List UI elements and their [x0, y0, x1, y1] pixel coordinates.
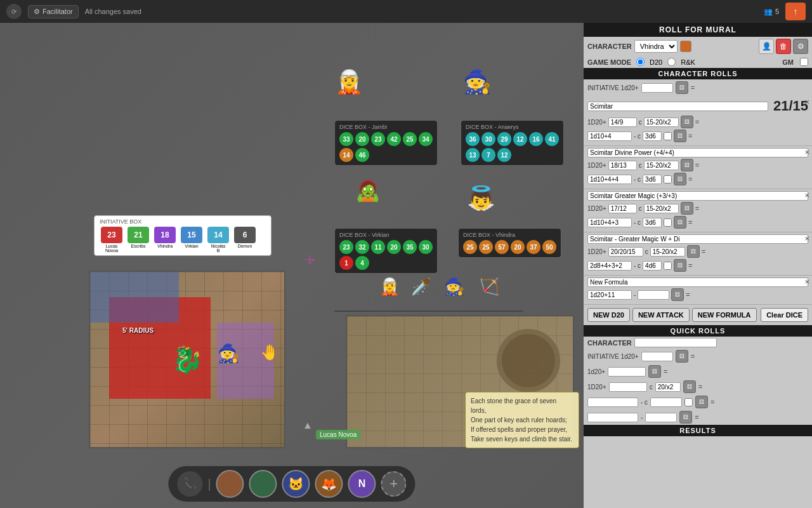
- character-mid-2[interactable]: 👼: [467, 185, 495, 211]
- qr-damage-val-2-input[interactable]: [645, 413, 677, 422]
- attack-d20-1-input[interactable]: [608, 117, 637, 127]
- attack-formula-val-5-input[interactable]: [638, 290, 669, 300]
- attack-dmg-roll-2-button[interactable]: ⚄: [674, 173, 686, 185]
- gm-checkbox[interactable]: [800, 58, 808, 66]
- character-token-demon[interactable]: 🐉: [171, 337, 203, 382]
- qr-attack-dice-button[interactable]: ⚄: [683, 380, 696, 393]
- attack-dmg-3-input[interactable]: [587, 218, 632, 227]
- attack-dmg-roll-4-button[interactable]: ⚄: [674, 259, 686, 272]
- attack-roll-3-button[interactable]: ⚄: [681, 202, 693, 215]
- character-token-player[interactable]: 🧙: [216, 340, 241, 366]
- new-attack-button[interactable]: NEW ATTACK: [632, 308, 690, 322]
- attack-roll-2-button[interactable]: ⚄: [681, 159, 693, 171]
- attack-dmg-2-input[interactable]: [587, 175, 632, 184]
- attack-check-3[interactable]: [664, 218, 672, 227]
- qr-damage-check[interactable]: [684, 398, 693, 406]
- qr-damage-dice-2-button[interactable]: ⚄: [679, 411, 692, 424]
- attack-dmg-roll-1-button[interactable]: ⚄: [674, 130, 686, 142]
- attack-d20-4-input[interactable]: [608, 247, 643, 257]
- attack-dmg-roll-3-button[interactable]: ⚄: [674, 216, 686, 229]
- avatar-2[interactable]: [249, 470, 277, 498]
- bubble: 30: [419, 240, 433, 254]
- delete-character-button[interactable]: 🗑: [776, 39, 791, 54]
- attack-crit-4-input[interactable]: [650, 247, 685, 257]
- attack-crit-dmg-4-input[interactable]: [643, 261, 662, 271]
- initiative-row: INITIATIVE 1d20+ ⚄ =: [584, 79, 812, 96]
- attack-roll-5-button[interactable]: ⚄: [671, 288, 684, 301]
- attack-crit-dmg-3-input[interactable]: [643, 218, 662, 227]
- attack-d20-2-input[interactable]: [608, 161, 637, 170]
- avatar-1[interactable]: [216, 470, 244, 498]
- attack-crit-3-input[interactable]: [644, 204, 679, 213]
- upload-button[interactable]: ↑: [785, 3, 806, 20]
- attack-name-1-input[interactable]: [587, 102, 768, 111]
- char-bot-2[interactable]: 🗡️: [411, 277, 431, 297]
- initiative-input[interactable]: [641, 83, 673, 93]
- attack-check-2[interactable]: [664, 175, 672, 184]
- character-color-swatch[interactable]: [680, 41, 691, 52]
- game-canvas[interactable]: 🐉 🧙 🤚 🧝 🧙 🧟 👼 🧝 🗡️ 🧙 🏹 ⚔ 5' RADIUS DICE …: [0, 23, 584, 508]
- char-bot-1[interactable]: 🧝: [379, 277, 400, 297]
- attack-crit-2-input[interactable]: [644, 161, 679, 170]
- character-mid-1[interactable]: 🧟: [355, 178, 381, 203]
- bottom-bar: 📞 | 🐱 🦊 N +: [168, 466, 415, 502]
- new-formula-button[interactable]: NEW FORMULA: [692, 308, 757, 322]
- character-top-1[interactable]: 🧝: [335, 69, 363, 95]
- add-player-button[interactable]: +: [381, 471, 407, 497]
- facilitator-badge[interactable]: ⚙ Facilitator: [28, 5, 79, 18]
- avatar-4[interactable]: 🦊: [315, 470, 343, 498]
- qr-attack-input[interactable]: [609, 382, 647, 392]
- hand-cursor: 🤚: [260, 344, 279, 361]
- add-character-button[interactable]: 👤: [759, 39, 774, 54]
- qr-initiative-dice-button[interactable]: ⚄: [676, 350, 688, 363]
- attack-check-4[interactable]: [664, 262, 672, 270]
- bubble: 23: [371, 132, 385, 146]
- qr-d20-dice-button[interactable]: ⚄: [648, 365, 661, 378]
- character-select[interactable]: Vhindra: [634, 40, 678, 53]
- init-token-nicolas: 14 NicolásB: [206, 227, 230, 253]
- mode-rk-radio[interactable]: [667, 58, 676, 66]
- avatar-5[interactable]: N: [348, 470, 376, 498]
- qr-damage-input[interactable]: [587, 398, 638, 407]
- attack-formula-5-input[interactable]: [587, 290, 632, 300]
- close-attack-4-button[interactable]: ×: [804, 234, 809, 243]
- attack-crit-dmg-2-input[interactable]: [643, 175, 662, 184]
- qr-initiative-input[interactable]: [641, 352, 673, 361]
- char-bot-3[interactable]: 🧙: [444, 277, 464, 297]
- close-attack-3-button[interactable]: ×: [804, 191, 809, 199]
- attack-d20-3-input[interactable]: [608, 204, 637, 213]
- close-attack-5-button[interactable]: ×: [804, 277, 809, 286]
- attack-name-3-input[interactable]: [587, 191, 808, 201]
- attack-scimitar-greater: × 1D20+ c ⚄ = - c ⚄ =: [584, 189, 812, 232]
- qr-damage-2-input[interactable]: [587, 413, 638, 422]
- close-attack-2-button[interactable]: ×: [804, 148, 809, 156]
- attack-roll-4-button[interactable]: ⚄: [687, 245, 700, 258]
- bubble: 20: [387, 240, 401, 254]
- saved-status: All changes saved: [85, 8, 141, 15]
- attack-check-1[interactable]: [664, 132, 672, 140]
- qr-crit-dmg-input[interactable]: [650, 398, 682, 407]
- close-attack-1-button[interactable]: ×: [804, 98, 809, 106]
- attack-roll-1-button[interactable]: ⚄: [681, 116, 693, 128]
- attack-crit-dmg-1-input[interactable]: [643, 131, 662, 141]
- phone-button[interactable]: 📞: [177, 471, 202, 497]
- qr-crit-input[interactable]: [655, 382, 681, 392]
- attack-name-5-input[interactable]: [587, 277, 808, 287]
- divider: |: [207, 477, 211, 491]
- qr-damage-dice-button[interactable]: ⚄: [695, 396, 708, 408]
- attack-name-4-input[interactable]: [587, 234, 808, 244]
- qr-d20-input[interactable]: [608, 367, 646, 377]
- initiative-dice-button[interactable]: ⚄: [676, 81, 688, 94]
- attack-dmg-4-input[interactable]: [587, 261, 632, 271]
- char-bot-4[interactable]: 🏹: [479, 277, 499, 297]
- qr-character-input[interactable]: [634, 338, 717, 347]
- character-top-2[interactable]: 🧙: [463, 69, 492, 95]
- mode-d20-radio[interactable]: [636, 58, 645, 66]
- attack-dmg-1-input[interactable]: [587, 131, 632, 141]
- settings-character-button[interactable]: ⚙: [793, 39, 808, 54]
- clear-dice-button[interactable]: Clear DICE: [761, 308, 808, 322]
- attack-name-2-input[interactable]: [587, 148, 808, 157]
- attack-crit-1-input[interactable]: [644, 117, 679, 127]
- new-d20-button[interactable]: NEW D20: [587, 308, 630, 322]
- avatar-3[interactable]: 🐱: [282, 470, 310, 498]
